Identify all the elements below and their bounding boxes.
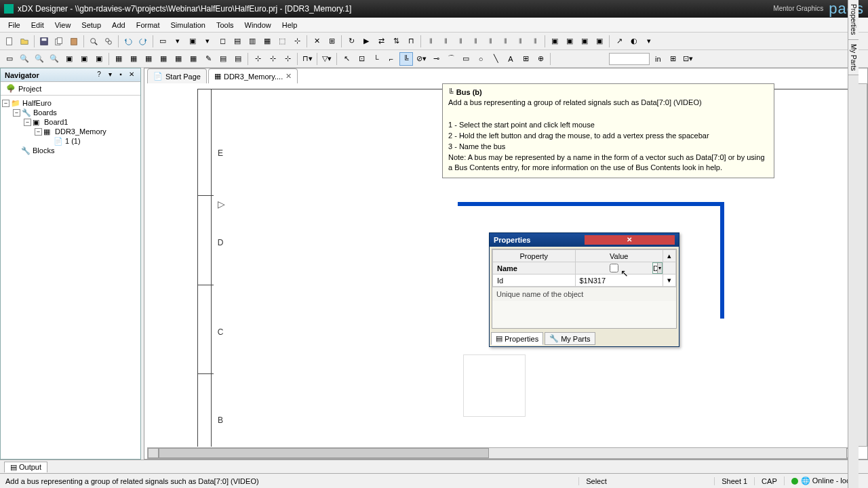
tree-root[interactable]: HalfEuro [22,99,52,107]
bus-tool-icon[interactable]: ╚ [399,52,413,66]
copy-icon[interactable] [52,35,66,48]
save-icon[interactable] [37,35,51,48]
expand-icon[interactable]: − [2,100,9,107]
t2-35-icon[interactable]: ⊕ [534,52,547,66]
expand-icon[interactable]: − [24,119,31,126]
align-5-icon[interactable]: ⫴ [484,35,497,48]
align-7-icon[interactable]: ⫴ [513,35,527,48]
right-tab-properties[interactable]: Properties [848,0,859,40]
nav-help-icon[interactable]: ? [94,70,104,80]
menu-file[interactable]: File [3,20,26,30]
paste-icon[interactable] [67,35,81,48]
t2-17-icon[interactable]: ⊹ [251,52,264,66]
coord-input[interactable] [609,53,650,65]
t2-13-icon[interactable]: ▦ [186,52,200,66]
tool-d-icon[interactable]: ▾ [201,35,214,48]
t2-34-icon[interactable]: ⊞ [519,52,532,66]
t2-18-icon[interactable]: ⊹ [266,52,279,66]
expand-icon[interactable]: − [35,128,42,136]
menu-window[interactable]: Window [239,20,277,30]
zoom-fit-icon[interactable]: 🔍 [47,52,61,66]
tab-start-page[interactable]: 📄 Start Page [147,68,207,83]
output-tab[interactable]: ▤ Output [4,462,47,472]
menu-edit[interactable]: Edit [26,20,50,30]
t2-8-icon[interactable]: ▦ [112,52,125,66]
nav-close-icon[interactable]: ✕ [127,70,136,80]
t2-15-icon[interactable]: ▤ [216,52,230,66]
menu-view[interactable]: View [50,20,77,30]
nav-pin-icon[interactable]: ▪ [116,70,125,80]
name-visible-checkbox[interactable] [578,264,651,272]
tree-sheet1[interactable]: 1 (1) [65,137,81,145]
nav-dropdown-icon[interactable]: ▾ [105,70,115,80]
tool-j-icon[interactable]: ⊹ [290,35,304,48]
align-1-icon[interactable]: ⫴ [424,35,437,48]
vertical-scrollbar[interactable] [858,83,867,447]
misc-4-icon[interactable]: ▣ [593,35,606,48]
tool-f-icon[interactable]: ▤ [231,35,244,48]
misc-1-icon[interactable]: ▣ [548,35,561,48]
line-icon[interactable]: ╲ [489,52,502,66]
misc-2-icon[interactable]: ▣ [563,35,576,48]
tool-a-icon[interactable]: ▭ [156,35,170,48]
menu-tools[interactable]: Tools [211,20,239,30]
t2-16-icon[interactable]: ▤ [231,52,245,66]
t2-19-icon[interactable]: ⊹ [281,52,294,66]
text-icon[interactable]: A [504,52,517,66]
select-icon[interactable]: ↖ [340,52,353,66]
tool-q-icon[interactable]: ⊓ [404,35,418,48]
menu-setup[interactable]: Setup [76,20,106,30]
bus-segment-h[interactable] [458,202,722,206]
zoom-icon[interactable] [87,35,100,48]
grid-icon[interactable]: ⊞ [667,52,680,66]
tree-ddr3[interactable]: DDR3_Memory [55,127,106,136]
rect-icon[interactable]: ▭ [459,52,473,66]
tool-o-icon[interactable]: ⇄ [374,35,388,48]
col-value[interactable]: Value [575,250,663,262]
tool-m-icon[interactable]: ↻ [344,35,358,48]
t2-25-icon[interactable]: ⌐ [384,52,398,66]
t2-28-icon[interactable]: ⊸ [429,52,443,66]
align-6-icon[interactable]: ⫴ [498,35,512,48]
prop-id-label[interactable]: Id [493,274,576,287]
tool-e-icon[interactable]: ◻ [216,35,229,48]
scroll-thumb[interactable] [159,448,489,458]
misc-7-icon[interactable]: ▾ [642,35,656,48]
net-icon[interactable]: └ [370,52,383,66]
misc-3-icon[interactable]: ▣ [578,35,591,48]
tab-properties[interactable]: ▤Properties [491,332,543,345]
scroll-down-icon[interactable]: ▾ [663,274,676,287]
new-icon[interactable] [3,35,16,48]
redo-icon[interactable] [136,35,150,48]
t2-1-icon[interactable]: ▭ [3,52,16,66]
properties-titlebar[interactable]: Properties ✕ [490,233,679,247]
t2-20-icon[interactable]: ⊓▾ [300,52,314,66]
circle-icon[interactable]: ○ [474,52,488,66]
tool-i-icon[interactable]: ⬚ [275,35,289,48]
align-2-icon[interactable]: ⫴ [439,35,452,48]
t2-7-icon[interactable]: ▣ [92,52,106,66]
menu-simulation[interactable]: Simulation [165,20,211,30]
tool-b-icon[interactable]: ▾ [171,35,184,48]
close-icon[interactable]: ✕ [285,72,292,81]
menu-add[interactable]: Add [106,20,131,30]
dropdown-icon[interactable]: ▾ [657,263,662,273]
horizontal-scrollbar[interactable] [147,447,858,459]
scroll-left-icon[interactable] [148,448,159,458]
tool-k-icon[interactable]: ✕ [310,35,323,48]
col-property[interactable]: Property [493,250,576,262]
align-4-icon[interactable]: ⫴ [469,35,482,48]
align-3-icon[interactable]: ⫴ [454,35,467,48]
tool-h-icon[interactable]: ▦ [260,35,274,48]
filter-icon[interactable]: ▽▾ [320,52,334,66]
align-8-icon[interactable]: ⫴ [528,35,542,48]
undo-icon[interactable] [121,35,135,48]
scroll-up-icon[interactable]: ▴ [663,250,676,262]
find-icon[interactable] [102,35,115,48]
snap-icon[interactable]: ⊡▾ [682,52,695,66]
zoom-out-icon[interactable]: 🔍 [33,52,46,66]
right-tab-my-parts[interactable]: My Parts [848,40,859,75]
tool-n-icon[interactable]: ▶ [359,35,373,48]
t2-10-icon[interactable]: ▦ [142,52,155,66]
misc-5-icon[interactable]: ↗ [612,35,626,48]
